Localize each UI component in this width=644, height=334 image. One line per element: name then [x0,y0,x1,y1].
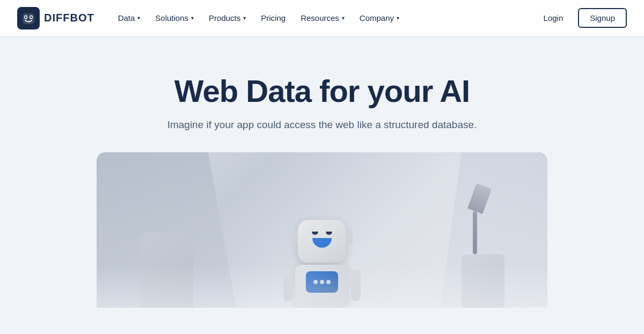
fade-overlay [97,265,547,308]
signup-button[interactable]: Signup [578,8,627,28]
robot-eye-left [312,232,318,235]
navbar: DIFFBOT Data ▾ Solutions ▾ Products ▾ Pr… [0,0,644,36]
nav-company-label: Company [360,13,394,23]
lamp-arm [473,211,477,254]
svg-rect-8 [34,16,36,20]
nav-resources-label: Resources [301,13,339,23]
brand-name: DIFFBOT [44,12,94,24]
svg-point-10 [27,10,30,12]
nav-links: Data ▾ Solutions ▾ Products ▾ Pricing Re… [112,9,537,27]
nav-item-company[interactable]: Company ▾ [353,9,406,27]
robot-mouth [312,238,332,248]
hero-title: Web Data for your AI [174,74,470,108]
robot-ear-left [291,231,298,243]
nav-item-products[interactable]: Products ▾ [202,9,252,27]
robot-eyes [312,232,332,235]
login-button[interactable]: Login [537,9,570,27]
robot-head [298,220,346,263]
nav-data-chevron: ▾ [137,15,140,21]
svg-rect-2 [23,13,34,24]
nav-item-solutions[interactable]: Solutions ▾ [149,9,200,27]
svg-rect-7 [21,16,23,20]
nav-company-chevron: ▾ [397,15,399,21]
brand-logo[interactable]: DIFFBOT [17,7,94,29]
hero-image [97,152,547,308]
nav-resources-chevron: ▾ [342,15,345,21]
nav-solutions-chevron: ▾ [191,15,194,21]
nav-actions: Login Signup [537,8,627,28]
nav-products-label: Products [209,13,240,23]
hero-subtitle: Imagine if your app could access the web… [167,119,477,131]
lamp [467,184,483,254]
nav-pricing-label: Pricing [261,13,286,23]
nav-item-pricing[interactable]: Pricing [254,9,292,27]
robot-ear-right [346,231,353,243]
nav-products-chevron: ▾ [243,15,246,21]
hero-section: Web Data for your AI Imagine if your app… [0,36,644,334]
nav-solutions-label: Solutions [155,13,188,23]
robot-scene [97,152,547,308]
svg-point-5 [25,16,27,18]
svg-point-6 [31,16,32,18]
diffbot-logo-icon [17,7,40,29]
nav-item-resources[interactable]: Resources ▾ [294,9,351,27]
nav-item-data[interactable]: Data ▾ [112,9,147,27]
robot-eye-right [326,232,332,235]
nav-data-label: Data [118,13,135,23]
